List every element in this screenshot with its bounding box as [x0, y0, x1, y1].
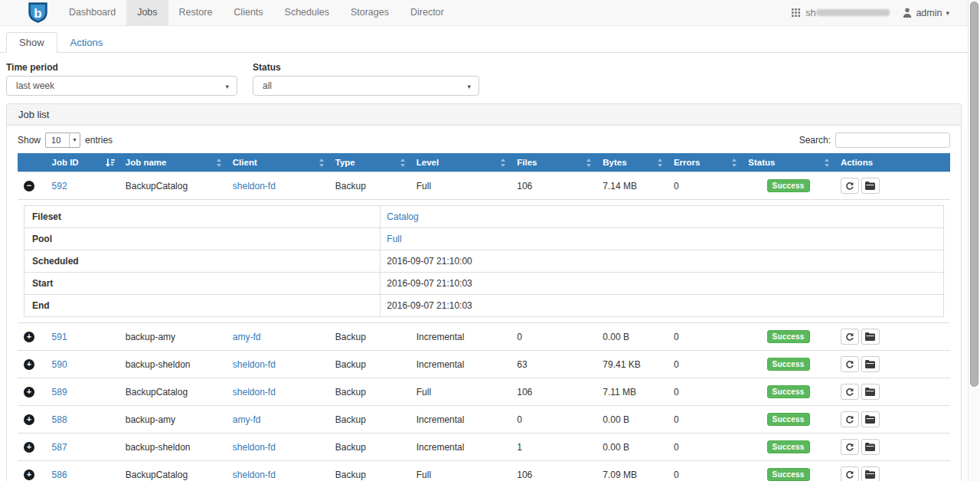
client-cell: sheldon-fd — [227, 351, 329, 378]
status-cell: Success — [742, 351, 835, 378]
type-cell: Backup — [329, 461, 410, 481]
panel-title: Job list — [7, 104, 961, 126]
pool-link[interactable]: Full — [387, 234, 401, 244]
time-period-value: last week — [16, 80, 54, 91]
expand-row-button[interactable]: + — [24, 414, 34, 425]
folder-icon — [865, 360, 875, 368]
tab-show[interactable]: Show — [6, 32, 57, 53]
rerun-button[interactable] — [841, 439, 859, 455]
rerun-icon — [845, 443, 854, 452]
entries-per-page-select[interactable]: 10 ▾ — [45, 133, 80, 148]
restore-button[interactable] — [861, 466, 880, 481]
client-link[interactable]: amy-fd — [233, 332, 261, 342]
job-id-link[interactable]: 590 — [52, 359, 67, 370]
job-details-cell: FilesetCatalogPoolFullScheduled2016-09-0… — [18, 200, 950, 323]
scrollbar-thumb[interactable] — [970, 2, 978, 387]
column-header-job-name[interactable]: Job name — [119, 153, 227, 172]
job-id-link[interactable]: 586 — [52, 470, 67, 480]
job-id-link[interactable]: 591 — [52, 332, 67, 342]
sort-icon — [586, 159, 592, 169]
expand-row-button[interactable]: + — [24, 387, 34, 398]
client-cell: sheldon-fd — [227, 378, 329, 406]
search-input[interactable] — [835, 133, 950, 148]
expand-row-button[interactable]: + — [24, 442, 34, 453]
filter-status: Status all ▾ — [253, 62, 479, 96]
client-link[interactable]: sheldon-fd — [233, 442, 276, 453]
column-label: Actions — [841, 158, 873, 167]
svg-text:b: b — [34, 6, 41, 21]
job-id-cell: 592 — [46, 172, 119, 200]
apps-grid-icon[interactable] — [792, 8, 800, 17]
job-id-cell: 586 — [46, 461, 119, 481]
detail-value-cell: 2016-09-07 21:10:00 — [381, 250, 944, 273]
restore-button[interactable] — [861, 411, 880, 427]
rerun-icon — [845, 415, 854, 424]
table-header-row: Job IDJob nameClientTypeLevelFilesBytesE… — [18, 153, 950, 172]
sort-icon — [318, 159, 325, 169]
client-link[interactable]: sheldon-fd — [233, 470, 276, 480]
restore-button[interactable] — [861, 384, 880, 400]
job-row: +591backup-amyamy-fdBackupIncremental00.… — [18, 323, 950, 351]
restore-button[interactable] — [861, 356, 880, 372]
job-id-link[interactable]: 589 — [52, 387, 67, 398]
column-header-errors[interactable]: Errors — [668, 153, 742, 172]
collapse-row-button[interactable]: − — [24, 181, 34, 191]
fileset-link[interactable]: Catalog — [387, 211, 418, 222]
rerun-button[interactable] — [841, 356, 859, 372]
show-entries-suffix: entries — [85, 135, 113, 146]
column-header-client[interactable]: Client — [227, 153, 329, 172]
status-select[interactable]: all ▾ — [253, 76, 479, 96]
rerun-button[interactable] — [841, 178, 859, 194]
column-header-level[interactable]: Level — [410, 153, 511, 172]
column-header-bytes[interactable]: Bytes — [596, 153, 668, 172]
nav-item-restore[interactable]: Restore — [168, 0, 224, 25]
column-header-status[interactable]: Status — [742, 153, 835, 172]
column-header-type[interactable]: Type — [329, 153, 410, 172]
folder-icon — [865, 182, 875, 190]
rerun-button[interactable] — [841, 329, 859, 345]
column-label: Files — [517, 158, 537, 167]
column-header-files[interactable]: Files — [511, 153, 596, 172]
expand-cell: + — [18, 378, 46, 406]
job-name-cell: backup-amy — [119, 406, 227, 434]
time-period-select[interactable]: last week ▾ — [6, 76, 237, 96]
chevron-down-icon: ▾ — [946, 9, 949, 17]
client-link[interactable]: amy-fd — [233, 414, 261, 425]
nav-item-clients[interactable]: Clients — [223, 0, 273, 25]
nav-item-jobs[interactable]: Jobs — [126, 0, 168, 25]
user-menu[interactable]: admin ▾ — [903, 8, 949, 18]
files-cell: 106 — [511, 378, 596, 406]
expand-row-button[interactable]: + — [24, 332, 34, 342]
job-id-link[interactable]: 587 — [52, 442, 67, 453]
bareos-logo-icon[interactable]: b — [28, 2, 47, 23]
job-id-link[interactable]: 592 — [52, 181, 67, 191]
job-id-cell: 590 — [46, 351, 119, 378]
tab-actions[interactable]: Actions — [57, 32, 116, 53]
rerun-button[interactable] — [841, 384, 859, 400]
client-link[interactable]: sheldon-fd — [233, 387, 276, 398]
client-link[interactable]: sheldon-fd — [233, 181, 276, 191]
client-link[interactable]: sheldon-fd — [233, 359, 276, 370]
rerun-button[interactable] — [841, 411, 859, 427]
column-header-job-id[interactable]: Job ID — [46, 153, 119, 172]
nav-item-schedules[interactable]: Schedules — [274, 0, 340, 25]
chevron-down-icon: ▾ — [69, 133, 80, 147]
search-box: Search: — [799, 133, 950, 148]
files-cell: 63 — [511, 351, 596, 378]
restore-button[interactable] — [861, 439, 880, 455]
rerun-button[interactable] — [841, 466, 859, 481]
column-label: Status — [748, 158, 775, 167]
job-id-link[interactable]: 588 — [52, 414, 67, 425]
nav-item-storages[interactable]: Storages — [340, 0, 400, 25]
nav-item-dashboard[interactable]: Dashboard — [58, 0, 126, 25]
expand-row-button[interactable]: + — [24, 470, 34, 480]
nav-item-director[interactable]: Director — [400, 0, 455, 25]
bytes-cell: 0.00 B — [596, 434, 668, 461]
expand-row-button[interactable]: + — [24, 359, 34, 370]
sort-icon — [500, 159, 506, 169]
scrollbar[interactable] — [968, 0, 980, 481]
tab-bar: ShowActions — [0, 26, 968, 53]
restore-button[interactable] — [861, 329, 880, 345]
status-cell: Success — [742, 378, 835, 406]
restore-button[interactable] — [861, 178, 880, 194]
